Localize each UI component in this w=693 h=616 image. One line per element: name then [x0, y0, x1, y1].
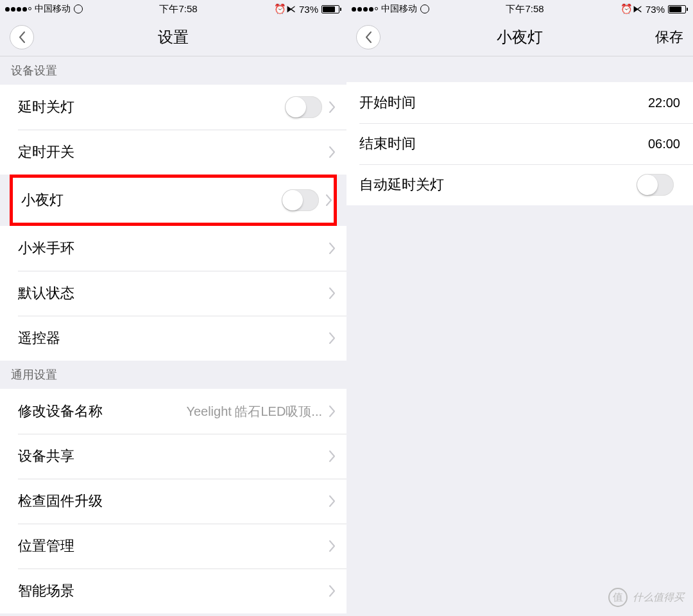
chevron-right-icon	[329, 540, 336, 552]
row-label: 修改设备名称	[18, 402, 186, 421]
auto-delay-toggle[interactable]	[637, 174, 674, 196]
chevron-left-icon	[364, 31, 372, 44]
back-button[interactable]	[10, 25, 34, 49]
row-end-time[interactable]: 结束时间 06:00	[346, 123, 693, 164]
nav-bar: 设置	[0, 18, 346, 56]
watermark-text: 什么值得买	[633, 591, 684, 604]
watermark: 值 什么值得买	[608, 588, 684, 607]
chevron-right-icon	[329, 585, 336, 597]
section-header-device: 设备设置	[0, 56, 346, 85]
row-label: 默认状态	[18, 284, 329, 303]
alarm-icon: ⏰	[274, 3, 283, 15]
row-label: 开始时间	[359, 93, 648, 112]
row-start-time[interactable]: 开始时间 22:00	[346, 82, 693, 123]
status-bar: 中国移动 下午7:58 ⏰ ⧔ 73%	[346, 0, 693, 18]
row-rename[interactable]: 修改设备名称 Yeelight 皓石LED吸顶...	[0, 389, 346, 434]
chevron-right-icon	[325, 194, 332, 207]
status-time: 下午7:58	[506, 3, 543, 15]
page-title: 设置	[158, 27, 189, 47]
battery-icon	[668, 5, 688, 13]
bluetooth-icon: ⧔	[286, 3, 296, 15]
nav-bar: 小夜灯 保存	[346, 18, 693, 56]
row-label: 小米手环	[18, 239, 329, 258]
chevron-right-icon	[329, 242, 336, 255]
row-value: 06:00	[648, 137, 680, 151]
row-auto-delay-off[interactable]: 自动延时关灯	[346, 164, 693, 205]
back-button[interactable]	[356, 25, 381, 49]
row-value: Yeelight 皓石LED吸顶...	[186, 403, 322, 420]
settings-screen: 中国移动 下午7:58 ⏰ ⧔ 73% 设置 设备设置 延时关灯 定时开关	[0, 0, 346, 616]
battery-percent: 73%	[646, 4, 665, 15]
row-label: 结束时间	[359, 134, 648, 153]
row-label: 位置管理	[18, 536, 329, 556]
nightlight-toggle[interactable]	[282, 189, 319, 211]
row-label: 延时关灯	[18, 98, 285, 117]
nightlight-list: 开始时间 22:00 结束时间 06:00 自动延时关灯	[346, 82, 693, 205]
status-bar: 中国移动 下午7:58 ⏰ ⧔ 73%	[0, 0, 346, 18]
row-share[interactable]: 设备共享	[0, 434, 346, 479]
signal-icon	[352, 7, 378, 12]
device-settings-list-2: 小米手环 默认状态 遥控器	[0, 226, 346, 361]
chevron-right-icon	[329, 146, 336, 158]
sync-icon	[74, 4, 83, 13]
carrier-label: 中国移动	[35, 3, 71, 15]
row-label: 检查固件升级	[18, 492, 329, 511]
row-remote[interactable]: 遥控器	[0, 316, 346, 361]
highlighted-row-nightlight: 小夜灯	[10, 175, 337, 226]
delay-off-toggle[interactable]	[285, 96, 322, 118]
chevron-right-icon	[329, 495, 336, 508]
section-header-general: 通用设置	[0, 361, 346, 389]
chevron-right-icon	[329, 287, 336, 300]
row-label: 设备共享	[18, 447, 329, 466]
battery-percent: 73%	[299, 4, 318, 15]
nightlight-screen: 中国移动 下午7:58 ⏰ ⧔ 73% 小夜灯 保存 开始时间 22:00 结束…	[346, 0, 693, 616]
sync-icon	[420, 4, 429, 13]
row-label: 定时开关	[18, 142, 329, 162]
page-title: 小夜灯	[497, 27, 543, 47]
watermark-badge: 值	[608, 588, 628, 607]
chevron-right-icon	[329, 332, 336, 345]
row-timer[interactable]: 定时开关	[0, 130, 346, 175]
row-default-state[interactable]: 默认状态	[0, 271, 346, 316]
row-label: 智能场景	[18, 581, 329, 601]
status-time: 下午7:58	[159, 3, 197, 15]
row-scene[interactable]: 智能场景	[0, 569, 346, 613]
device-settings-list: 延时关灯 定时开关	[0, 85, 346, 175]
row-label: 遥控器	[18, 329, 329, 348]
carrier-label: 中国移动	[381, 3, 417, 15]
chevron-right-icon	[329, 101, 336, 114]
chevron-right-icon	[329, 405, 336, 418]
chevron-left-icon	[18, 31, 26, 44]
row-delay-off[interactable]: 延时关灯	[0, 85, 346, 130]
bluetooth-icon: ⧔	[633, 3, 642, 15]
row-mi-band[interactable]: 小米手环	[0, 226, 346, 271]
signal-icon	[5, 7, 31, 12]
row-label: 小夜灯	[21, 191, 282, 210]
save-button[interactable]: 保存	[655, 28, 683, 47]
row-nightlight[interactable]: 小夜灯	[13, 178, 334, 223]
row-value: 22:00	[648, 96, 680, 110]
alarm-icon: ⏰	[620, 3, 629, 15]
row-firmware[interactable]: 检查固件升级	[0, 479, 346, 524]
general-settings-list: 修改设备名称 Yeelight 皓石LED吸顶... 设备共享 检查固件升级 位…	[0, 389, 346, 613]
battery-icon	[321, 5, 341, 13]
chevron-right-icon	[329, 450, 336, 463]
row-position[interactable]: 位置管理	[0, 524, 346, 569]
row-label: 自动延时关灯	[359, 175, 637, 194]
